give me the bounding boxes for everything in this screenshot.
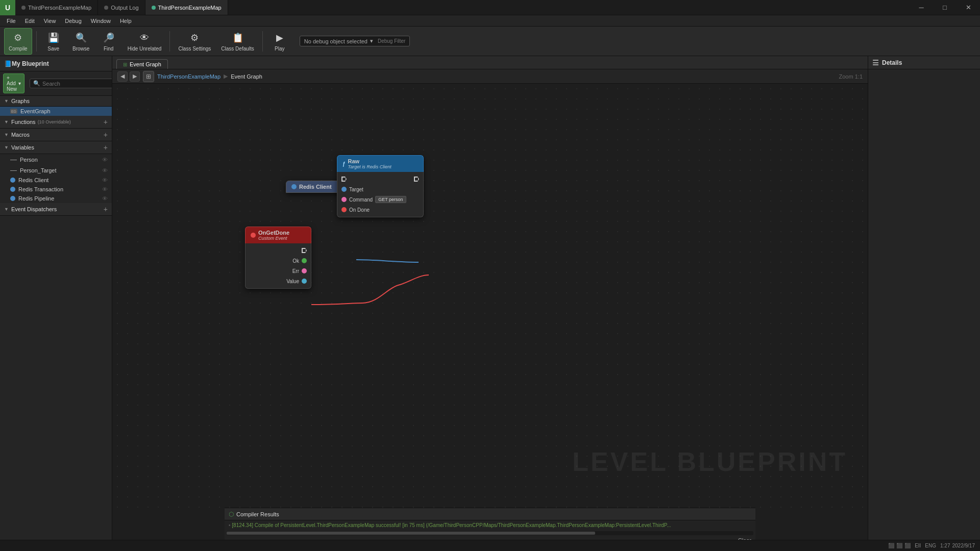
compile-button[interactable]: ⚙ Compile: [4, 28, 32, 55]
raw-node-subtitle: Target is Redis Client: [348, 164, 391, 169]
maximize-button[interactable]: □: [933, 0, 957, 15]
var-redispipeline-eye-icon[interactable]: 👁: [102, 195, 108, 202]
class-defaults-label: Class Defaults: [221, 46, 254, 52]
menu-view[interactable]: View: [40, 17, 60, 25]
minimize-button[interactable]: ─: [910, 0, 933, 15]
tab-3[interactable]: ThirdPersonExampleMap: [145, 0, 228, 15]
class-settings-icon: ⚙: [187, 31, 202, 45]
breadcrumb-home-button[interactable]: ⊞: [143, 71, 154, 82]
panel-controls: + Add New ▾ 🔍 ⚙: [0, 71, 112, 96]
compiler-scrollbar[interactable]: [227, 531, 753, 535]
var-redisclient-label: Redis Client: [18, 177, 48, 183]
var-person-eye-icon[interactable]: 👁: [102, 157, 108, 163]
breadcrumb-back-button[interactable]: ◀: [117, 71, 128, 82]
debug-filter-label: No debug object selected: [304, 38, 368, 44]
lang-label: EII: [915, 543, 921, 548]
var-redistransaction-dot: [10, 187, 15, 192]
compiler-header: ⬡ Compiler Results: [225, 508, 755, 520]
breadcrumb-forward-button[interactable]: ▶: [130, 71, 140, 82]
compiler-scrollbar-thumb: [227, 532, 595, 535]
tab-1[interactable]: ThirdPersonExampleMap: [15, 0, 98, 15]
compiler-bullet: •: [229, 522, 231, 528]
close-button[interactable]: ✕: [957, 0, 980, 15]
variables-section-label: Variables: [11, 144, 34, 151]
toolbar: ⚙ Compile 💾 Save 🔍 Browse 🔎 Find 👁 Hide …: [0, 27, 980, 56]
ongetdone-value-label: Value: [286, 279, 299, 284]
debug-filter-chevron-icon: ▾: [370, 38, 373, 44]
ongetdone-node[interactable]: OnGetDone Custom Event Ok: [245, 227, 311, 289]
raw-command-pin: [341, 197, 347, 202]
ongetdone-title: OnGetDone: [258, 230, 289, 236]
graphs-section-header[interactable]: ▼ Graphs: [0, 96, 112, 107]
add-new-label: + Add New: [7, 75, 17, 92]
functions-add-icon[interactable]: +: [104, 118, 108, 126]
raw-target-pin: [341, 187, 347, 192]
play-label: Play: [275, 46, 284, 52]
event-graph-tab[interactable]: ⊞ Event Graph: [116, 59, 168, 69]
redis-client-node-label: Redis Client: [299, 184, 332, 190]
toolbar-separator-1: [36, 31, 37, 52]
breadcrumb-sep-icon: ▶: [224, 73, 228, 80]
variables-section-header[interactable]: ▼ Variables +: [0, 141, 112, 154]
menu-window[interactable]: Window: [87, 17, 115, 25]
class-defaults-button[interactable]: 📋 Class Defaults: [217, 28, 258, 55]
var-redistransaction-eye-icon[interactable]: 👁: [102, 186, 108, 192]
var-person-item[interactable]: — Person 👁: [0, 154, 112, 165]
debug-filter-dropdown[interactable]: No debug object selected ▾ Debug Filter: [300, 36, 410, 46]
menu-file[interactable]: File: [3, 17, 20, 25]
my-blueprint-header: 📘 My Blueprint: [0, 56, 112, 71]
event-graph-tab-label: Event Graph: [130, 61, 161, 67]
menu-debug[interactable]: Debug: [61, 17, 85, 25]
variables-add-icon[interactable]: +: [104, 143, 108, 152]
var-redisclient-item[interactable]: Redis Client 👁: [0, 176, 112, 185]
save-button[interactable]: 💾 Save: [41, 28, 66, 55]
browse-button[interactable]: 🔍 Browse: [68, 28, 94, 55]
level-blueprint-watermark: LEVEL BLUEPRINT: [572, 446, 847, 477]
menu-edit[interactable]: Edit: [21, 17, 39, 25]
functions-section-header[interactable]: ▼ Functions (10 Overridable) +: [0, 116, 112, 129]
hide-unrelated-button[interactable]: 👁 Hide Unrelated: [124, 28, 166, 55]
macros-section-label: Macros: [11, 132, 30, 138]
graph-tabs: ⊞ Event Graph: [112, 56, 868, 69]
var-redispipeline-item[interactable]: Redis Pipeline 👁: [0, 194, 112, 203]
find-button[interactable]: 🔎 Find: [96, 28, 121, 55]
tab-2[interactable]: Output Log: [98, 0, 145, 15]
search-input[interactable]: [42, 81, 112, 87]
var-redisclient-eye-icon[interactable]: 👁: [102, 177, 108, 183]
var-persontarget-eye-icon[interactable]: 👁: [102, 167, 108, 173]
graph-canvas[interactable]: LEVEL BLUEPRINT Redis Client ƒ: [112, 84, 868, 508]
macros-add-icon[interactable]: +: [104, 131, 108, 139]
raw-node[interactable]: ƒ Raw Target is Redis Client: [337, 155, 424, 217]
eventgraph-item[interactable]: EG EventGraph: [0, 107, 112, 116]
var-persontarget-item[interactable]: — Person_Target 👁: [0, 165, 112, 176]
event-dispatchers-section-header[interactable]: ▼ Event Dispatchers +: [0, 203, 112, 216]
var-redistransaction-item[interactable]: Redis Transaction 👁: [0, 185, 112, 194]
ongetdone-err-label: Err: [292, 268, 299, 274]
menu-help[interactable]: Help: [116, 17, 136, 25]
eventgraph-icon: EG: [10, 109, 17, 114]
var-redisclient-dot: [10, 178, 15, 183]
right-panel: ☰ Details: [868, 56, 980, 551]
ongetdone-ok-pin: [302, 258, 307, 263]
play-button[interactable]: ▶ Play: [267, 28, 292, 55]
macros-section-header[interactable]: ▼ Macros +: [0, 129, 112, 141]
breadcrumb-graph-label: Event Graph: [231, 73, 262, 80]
add-new-button[interactable]: + Add New ▾: [3, 73, 24, 93]
macros-arrow-icon: ▼: [4, 132, 9, 137]
details-label: Details: [882, 59, 902, 66]
raw-ondone-pin: [341, 207, 347, 212]
left-panel: 📘 My Blueprint + Add New ▾ 🔍 ⚙ ▼ Graphs …: [0, 56, 112, 551]
var-redistransaction-label: Redis Transaction: [18, 186, 63, 192]
status-time: 1:27 2022/9/17: [940, 543, 975, 548]
main-layout: 📘 My Blueprint + Add New ▾ 🔍 ⚙ ▼ Graphs …: [0, 56, 980, 551]
event-dispatchers-add-icon[interactable]: +: [104, 205, 108, 213]
class-settings-button[interactable]: ⚙ Class Settings: [174, 28, 215, 55]
hide-unrelated-icon: 👁: [137, 31, 152, 45]
functions-arrow-icon: ▼: [4, 119, 9, 124]
status-lang: EII: [915, 543, 921, 548]
raw-node-title: Raw: [348, 158, 360, 164]
breadcrumb-map-link[interactable]: ThirdPersonExampleMap: [157, 73, 220, 80]
event-dispatchers-arrow-icon: ▼: [4, 207, 9, 212]
save-icon: 💾: [46, 31, 61, 45]
tab-dot-1: [21, 6, 26, 10]
